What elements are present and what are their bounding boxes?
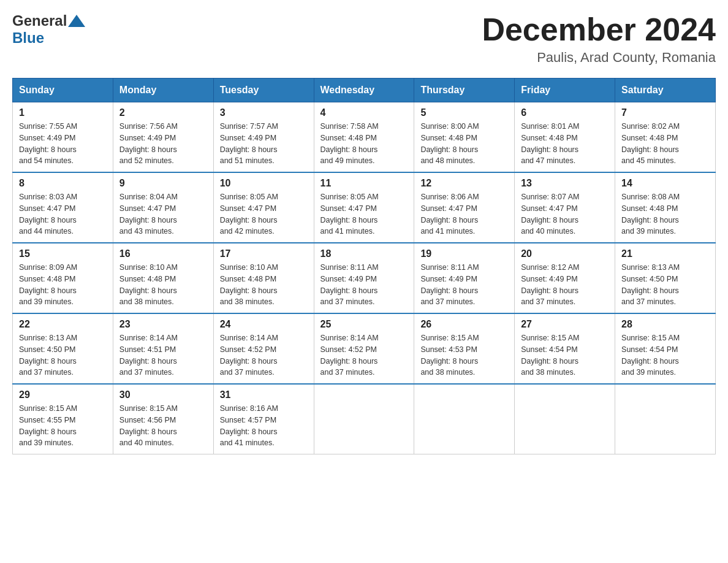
calendar-day-cell: 23Sunrise: 8:14 AMSunset: 4:51 PMDayligh… <box>113 313 213 384</box>
day-number: 20 <box>521 248 609 259</box>
day-info: Sunrise: 8:11 AMSunset: 4:49 PMDaylight:… <box>420 262 508 308</box>
calendar-table: Sunday Monday Tuesday Wednesday Thursday… <box>12 78 716 454</box>
calendar-day-cell: 10Sunrise: 8:05 AMSunset: 4:47 PMDayligh… <box>213 172 314 243</box>
calendar-day-cell: 15Sunrise: 8:09 AMSunset: 4:48 PMDayligh… <box>13 243 113 313</box>
day-info: Sunrise: 8:15 AMSunset: 4:54 PMDaylight:… <box>521 332 609 378</box>
day-number: 23 <box>119 319 207 330</box>
day-info: Sunrise: 8:04 AMSunset: 4:47 PMDaylight:… <box>119 191 207 237</box>
day-info: Sunrise: 8:15 AMSunset: 4:56 PMDaylight:… <box>119 403 207 449</box>
day-number: 31 <box>220 389 308 400</box>
calendar-title-section: December 2024 Paulis, Arad County, Roman… <box>482 12 716 66</box>
day-info: Sunrise: 8:05 AMSunset: 4:47 PMDaylight:… <box>220 191 308 237</box>
day-info: Sunrise: 8:15 AMSunset: 4:54 PMDaylight:… <box>621 332 709 378</box>
calendar-week-row: 22Sunrise: 8:13 AMSunset: 4:50 PMDayligh… <box>13 313 716 384</box>
calendar-day-cell: 19Sunrise: 8:11 AMSunset: 4:49 PMDayligh… <box>414 243 515 313</box>
logo-flag-icon <box>68 15 85 27</box>
day-number: 28 <box>621 319 709 330</box>
day-info: Sunrise: 7:58 AMSunset: 4:48 PMDaylight:… <box>320 121 408 167</box>
day-number: 26 <box>420 319 508 330</box>
day-number: 10 <box>220 178 308 189</box>
day-info: Sunrise: 8:01 AMSunset: 4:48 PMDaylight:… <box>521 121 609 167</box>
calendar-day-cell: 12Sunrise: 8:06 AMSunset: 4:47 PMDayligh… <box>414 172 515 243</box>
calendar-week-row: 8Sunrise: 8:03 AMSunset: 4:47 PMDaylight… <box>13 172 716 243</box>
calendar-day-cell <box>515 384 615 454</box>
calendar-day-cell: 25Sunrise: 8:14 AMSunset: 4:52 PMDayligh… <box>314 313 414 384</box>
logo-general-text: General <box>12 12 67 29</box>
day-number: 17 <box>220 248 308 259</box>
col-monday: Monday <box>113 79 213 102</box>
day-number: 21 <box>621 248 709 259</box>
calendar-day-cell: 18Sunrise: 8:11 AMSunset: 4:49 PMDayligh… <box>314 243 414 313</box>
day-number: 16 <box>119 248 207 259</box>
day-info: Sunrise: 8:10 AMSunset: 4:48 PMDaylight:… <box>220 262 308 308</box>
day-number: 11 <box>320 178 408 189</box>
day-number: 3 <box>220 107 308 118</box>
col-saturday: Saturday <box>615 79 716 102</box>
day-info: Sunrise: 7:55 AMSunset: 4:49 PMDaylight:… <box>19 121 107 167</box>
calendar-day-cell: 30Sunrise: 8:15 AMSunset: 4:56 PMDayligh… <box>113 384 213 454</box>
day-number: 13 <box>521 178 609 189</box>
day-number: 2 <box>119 107 207 118</box>
calendar-day-cell: 20Sunrise: 8:12 AMSunset: 4:49 PMDayligh… <box>515 243 615 313</box>
calendar-day-cell: 13Sunrise: 8:07 AMSunset: 4:47 PMDayligh… <box>515 172 615 243</box>
calendar-day-cell: 31Sunrise: 8:16 AMSunset: 4:57 PMDayligh… <box>213 384 314 454</box>
day-number: 19 <box>420 248 508 259</box>
calendar-day-cell: 22Sunrise: 8:13 AMSunset: 4:50 PMDayligh… <box>13 313 113 384</box>
day-number: 6 <box>521 107 609 118</box>
day-info: Sunrise: 8:13 AMSunset: 4:50 PMDaylight:… <box>621 262 709 308</box>
day-info: Sunrise: 8:15 AMSunset: 4:55 PMDaylight:… <box>19 403 107 449</box>
day-info: Sunrise: 8:08 AMSunset: 4:48 PMDaylight:… <box>621 191 709 237</box>
calendar-day-cell: 17Sunrise: 8:10 AMSunset: 4:48 PMDayligh… <box>213 243 314 313</box>
day-info: Sunrise: 8:02 AMSunset: 4:48 PMDaylight:… <box>621 121 709 167</box>
day-number: 24 <box>220 319 308 330</box>
calendar-day-cell: 2Sunrise: 7:56 AMSunset: 4:49 PMDaylight… <box>113 102 213 173</box>
calendar-day-cell: 26Sunrise: 8:15 AMSunset: 4:53 PMDayligh… <box>414 313 515 384</box>
day-info: Sunrise: 8:14 AMSunset: 4:52 PMDaylight:… <box>320 332 408 378</box>
day-info: Sunrise: 7:56 AMSunset: 4:49 PMDaylight:… <box>119 121 207 167</box>
calendar-day-cell: 29Sunrise: 8:15 AMSunset: 4:55 PMDayligh… <box>13 384 113 454</box>
col-wednesday: Wednesday <box>314 79 414 102</box>
day-info: Sunrise: 8:07 AMSunset: 4:47 PMDaylight:… <box>521 191 609 237</box>
logo: General Blue <box>12 12 85 47</box>
calendar-month-year: December 2024 <box>482 12 716 47</box>
day-info: Sunrise: 8:11 AMSunset: 4:49 PMDaylight:… <box>320 262 408 308</box>
calendar-week-row: 29Sunrise: 8:15 AMSunset: 4:55 PMDayligh… <box>13 384 716 454</box>
day-info: Sunrise: 8:12 AMSunset: 4:49 PMDaylight:… <box>521 262 609 308</box>
calendar-day-cell: 7Sunrise: 8:02 AMSunset: 4:48 PMDaylight… <box>615 102 716 173</box>
calendar-day-cell: 24Sunrise: 8:14 AMSunset: 4:52 PMDayligh… <box>213 313 314 384</box>
day-number: 27 <box>521 319 609 330</box>
calendar-day-cell: 5Sunrise: 8:00 AMSunset: 4:48 PMDaylight… <box>414 102 515 173</box>
day-number: 5 <box>420 107 508 118</box>
day-number: 25 <box>320 319 408 330</box>
calendar-day-cell: 21Sunrise: 8:13 AMSunset: 4:50 PMDayligh… <box>615 243 716 313</box>
calendar-day-cell <box>414 384 515 454</box>
day-info: Sunrise: 8:10 AMSunset: 4:48 PMDaylight:… <box>119 262 207 308</box>
calendar-week-row: 1Sunrise: 7:55 AMSunset: 4:49 PMDaylight… <box>13 102 716 173</box>
day-info: Sunrise: 8:13 AMSunset: 4:50 PMDaylight:… <box>19 332 107 378</box>
day-number: 8 <box>19 178 107 189</box>
day-number: 18 <box>320 248 408 259</box>
calendar-day-cell: 27Sunrise: 8:15 AMSunset: 4:54 PMDayligh… <box>515 313 615 384</box>
calendar-day-cell: 8Sunrise: 8:03 AMSunset: 4:47 PMDaylight… <box>13 172 113 243</box>
svg-marker-0 <box>68 15 85 27</box>
day-number: 29 <box>19 389 107 400</box>
day-info: Sunrise: 8:09 AMSunset: 4:48 PMDaylight:… <box>19 262 107 308</box>
col-sunday: Sunday <box>13 79 113 102</box>
calendar-day-cell <box>314 384 414 454</box>
day-number: 9 <box>119 178 207 189</box>
day-number: 7 <box>621 107 709 118</box>
calendar-location: Paulis, Arad County, Romania <box>482 50 716 66</box>
day-info: Sunrise: 8:03 AMSunset: 4:47 PMDaylight:… <box>19 191 107 237</box>
col-thursday: Thursday <box>414 79 515 102</box>
calendar-day-cell: 11Sunrise: 8:05 AMSunset: 4:47 PMDayligh… <box>314 172 414 243</box>
calendar-day-cell: 14Sunrise: 8:08 AMSunset: 4:48 PMDayligh… <box>615 172 716 243</box>
day-info: Sunrise: 8:06 AMSunset: 4:47 PMDaylight:… <box>420 191 508 237</box>
day-info: Sunrise: 8:05 AMSunset: 4:47 PMDaylight:… <box>320 191 408 237</box>
calendar-day-cell: 9Sunrise: 8:04 AMSunset: 4:47 PMDaylight… <box>113 172 213 243</box>
day-info: Sunrise: 7:57 AMSunset: 4:49 PMDaylight:… <box>220 121 308 167</box>
logo-blue-text: Blue <box>12 29 44 47</box>
calendar-day-cell: 1Sunrise: 7:55 AMSunset: 4:49 PMDaylight… <box>13 102 113 173</box>
day-info: Sunrise: 8:16 AMSunset: 4:57 PMDaylight:… <box>220 403 308 449</box>
day-number: 30 <box>119 389 207 400</box>
col-friday: Friday <box>515 79 615 102</box>
